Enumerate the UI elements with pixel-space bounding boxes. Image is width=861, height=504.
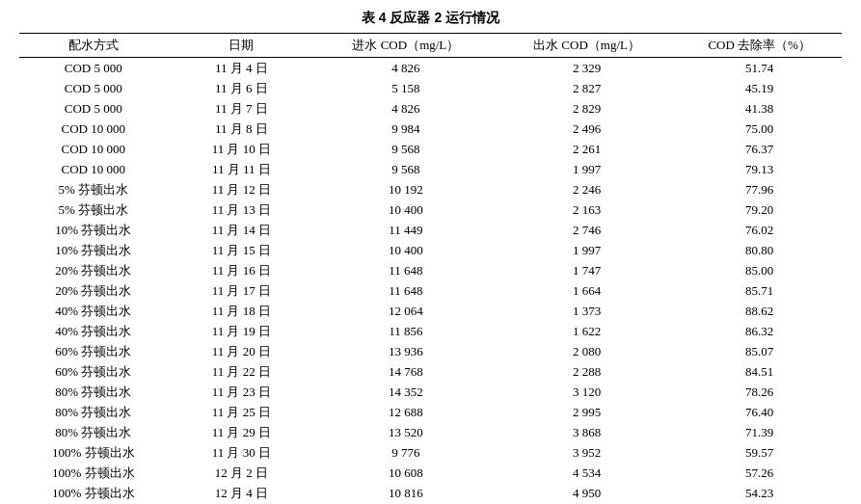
cell-inflow: 4 826 [315,98,497,119]
table-row: 40% 芬顿出水11 月 18 日12 0641 37388.62 [19,301,842,321]
cell-removal: 71.39 [677,422,842,442]
cell-outflow: 2 995 [497,402,678,422]
table-row: 5% 芬顿出水11 月 13 日10 4002 16379.20 [19,199,842,220]
table-row: 60% 芬顿出水11 月 22 日14 7682 28884.51 [19,361,842,382]
cell-config: COD 10 000 [19,119,168,139]
table-row: 10% 芬顿出水11 月 14 日11 4492 74676.02 [19,220,842,240]
cell-date: 11 月 17 日 [168,280,316,301]
cell-config: 100% 芬顿出水 [19,483,168,503]
table-row: 100% 芬顿出水12 月 4 日10 8164 95054.23 [19,483,842,503]
table-row: 40% 芬顿出水11 月 19 日11 8561 62286.32 [19,321,842,341]
header-outflow: 出水 COD（mg/L） [497,34,678,58]
cell-date: 11 月 18 日 [168,301,316,321]
cell-inflow: 5 158 [315,78,497,98]
cell-removal: 86.32 [677,321,842,341]
cell-inflow: 11 856 [315,321,497,341]
cell-outflow: 1 997 [497,240,678,260]
cell-date: 11 月 14 日 [168,220,316,240]
cell-config: COD 5 000 [19,98,168,119]
cell-outflow: 3 868 [497,422,678,442]
cell-date: 12 月 4 日 [168,483,316,503]
cell-removal: 85.71 [677,280,842,301]
cell-date: 11 月 6 日 [168,78,316,98]
cell-outflow: 1 373 [497,301,678,321]
table-row: COD 10 00011 月 11 日9 5681 99779.13 [19,159,842,179]
table-row: COD 5 00011 月 4 日4 8262 32951.74 [19,58,842,79]
cell-outflow: 3 120 [497,382,678,402]
cell-removal: 76.40 [677,402,842,422]
cell-outflow: 1 664 [497,280,678,301]
cell-inflow: 4 826 [315,58,497,79]
cell-outflow: 4 534 [497,463,678,483]
table-row: 100% 芬顿出水11 月 30 日9 7763 95259.57 [19,442,842,463]
cell-removal: 59.57 [677,442,842,463]
cell-inflow: 9 776 [315,442,497,463]
cell-removal: 51.74 [677,58,842,79]
header-date: 日期 [168,34,316,58]
cell-date: 11 月 29 日 [168,422,316,442]
cell-inflow: 12 688 [315,402,497,422]
table-title: 表 4 反应器 2 运行情况 [19,10,842,27]
cell-date: 11 月 7 日 [168,98,316,119]
cell-removal: 79.20 [677,199,842,220]
table-row: 5% 芬顿出水11 月 12 日10 1922 24677.96 [19,179,842,199]
cell-date: 11 月 25 日 [168,402,316,422]
table-row: 10% 芬顿出水11 月 15 日10 4001 99780.80 [19,240,842,260]
table-row: COD 5 00011 月 6 日5 1582 82745.19 [19,78,842,98]
cell-inflow: 12 064 [315,301,497,321]
table-row: COD 10 00011 月 10 日9 5682 26176.37 [19,139,842,159]
cell-config: 80% 芬顿出水 [19,382,168,402]
cell-inflow: 10 192 [315,179,497,199]
cell-date: 11 月 15 日 [168,240,316,260]
cell-config: 100% 芬顿出水 [19,442,168,463]
table-row: COD 5 00011 月 7 日4 8262 82941.38 [19,98,842,119]
cell-config: 20% 芬顿出水 [19,260,168,280]
table-header-row: 配水方式 日期 进水 COD（mg/L） 出水 COD（mg/L） COD 去除… [19,34,842,58]
cell-date: 11 月 19 日 [168,321,316,341]
cell-outflow: 3 952 [497,442,678,463]
cell-outflow: 2 746 [497,220,678,240]
cell-inflow: 9 984 [315,119,497,139]
cell-removal: 84.51 [677,361,842,382]
cell-inflow: 9 568 [315,159,497,179]
table-row: 80% 芬顿出水11 月 25 日12 6882 99576.40 [19,402,842,422]
cell-date: 11 月 22 日 [168,361,316,382]
cell-removal: 80.80 [677,240,842,260]
cell-config: 20% 芬顿出水 [19,280,168,301]
cell-inflow: 10 816 [315,483,497,503]
cell-config: 40% 芬顿出水 [19,321,168,341]
cell-date: 11 月 23 日 [168,382,316,402]
cell-outflow: 2 829 [497,98,678,119]
cell-inflow: 11 648 [315,260,497,280]
cell-inflow: 10 400 [315,240,497,260]
cell-inflow: 14 768 [315,361,497,382]
header-inflow: 进水 COD（mg/L） [315,34,497,58]
cell-removal: 76.37 [677,139,842,159]
cell-date: 11 月 20 日 [168,341,316,361]
cell-outflow: 2 496 [497,119,678,139]
cell-config: 60% 芬顿出水 [19,341,168,361]
cell-date: 11 月 4 日 [168,58,316,79]
table-row: 100% 芬顿出水12 月 2 日10 6084 53457.26 [19,463,842,483]
cell-config: 10% 芬顿出水 [19,240,168,260]
cell-config: 10% 芬顿出水 [19,220,168,240]
cell-date: 11 月 11 日 [168,159,316,179]
cell-inflow: 10 400 [315,199,497,220]
cell-config: COD 10 000 [19,159,168,179]
cell-removal: 75.00 [677,119,842,139]
cell-date: 11 月 13 日 [168,199,316,220]
cell-date: 11 月 10 日 [168,139,316,159]
cell-removal: 79.13 [677,159,842,179]
cell-inflow: 11 648 [315,280,497,301]
table-row: 20% 芬顿出水11 月 17 日11 6481 66485.71 [19,280,842,301]
cell-removal: 88.62 [677,301,842,321]
cell-outflow: 2 329 [497,58,678,79]
cell-outflow: 4 950 [497,483,678,503]
table-row: 80% 芬顿出水11 月 29 日13 5203 86871.39 [19,422,842,442]
header-removal: COD 去除率（%） [677,34,842,58]
cell-date: 11 月 30 日 [168,442,316,463]
cell-outflow: 2 080 [497,341,678,361]
cell-removal: 77.96 [677,179,842,199]
cell-removal: 85.07 [677,341,842,361]
cell-config: 60% 芬顿出水 [19,361,168,382]
